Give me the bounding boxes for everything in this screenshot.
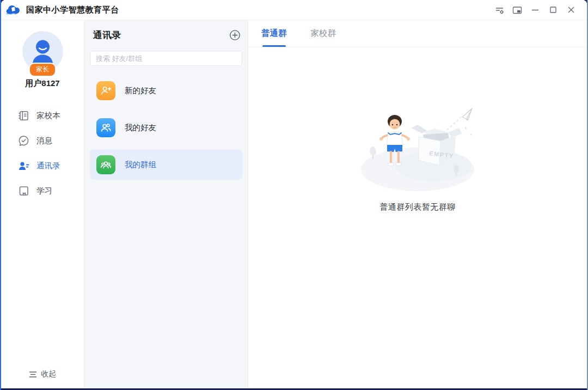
collapse-icon [29,371,37,378]
tab-label: 家校群 [311,28,336,39]
sidebar-item-label: 消息 [36,136,52,146]
contact-list: 新的好友 我的好友 [84,75,248,186]
empty-state: EMPTY [248,102,587,212]
sidebar-item-label: 学习 [36,186,52,196]
role-badge: 家长 [29,63,56,77]
picture-in-picture-icon[interactable] [509,3,525,17]
sidebar-item-study[interactable]: 学习 [1,178,84,203]
search-input[interactable] [90,51,242,66]
list-item-new-friends[interactable]: 新的好友 [90,75,242,106]
app-logo-cloud-icon [5,3,22,17]
study-icon [18,185,29,197]
list-item-label: 我的群组 [125,160,156,170]
tab-homeschool-groups[interactable]: 家校群 [311,20,336,47]
collapse-sidebar-button[interactable]: 收起 [29,369,56,379]
sidebar: 家长 用户8127 家校本 [1,20,84,388]
user-profile[interactable]: 家长 用户8127 [22,31,63,89]
sidebar-item-contacts[interactable]: 通讯录 [1,153,84,178]
person-add-icon [96,81,115,100]
list-item-my-groups[interactable]: 我的群组 [90,149,242,180]
group-tabs: 普通群 家校群 [248,20,587,47]
contacts-icon [18,160,29,172]
sidebar-item-label: 家校本 [36,111,60,121]
title-bar: 国家中小学智慧教育平台 [1,0,587,20]
list-item-my-friends[interactable]: 我的好友 [90,112,242,143]
minimize-button[interactable] [527,3,543,17]
main-content: 普通群 家校群 [248,20,587,388]
tab-label: 普通群 [261,28,287,39]
sidebar-item-messages[interactable]: 消息 [1,128,84,153]
user-name: 用户8127 [25,78,59,89]
two-people-icon [96,118,115,137]
collapse-label: 收起 [41,369,56,379]
sidebar-item-homeschool-book[interactable]: 家校本 [1,103,84,128]
contacts-panel-title: 通讯录 [93,29,121,41]
maximize-button[interactable] [545,3,561,17]
app-window: 国家中小学智慧教育平台 [1,0,587,388]
add-contact-button[interactable] [229,29,241,41]
app-title: 国家中小学智慧教育平台 [26,5,119,15]
contacts-panel: 通讯录 [84,20,248,388]
task-settings-icon[interactable] [491,3,507,17]
sidebar-item-label: 通讯录 [36,161,60,171]
message-check-icon [18,135,29,147]
notebook-icon [18,110,29,121]
group-icon [96,155,115,174]
empty-state-message: 普通群列表暂无群聊 [379,202,456,212]
list-item-label: 新的好友 [125,86,156,96]
close-button[interactable] [563,3,579,17]
tab-normal-groups[interactable]: 普通群 [261,20,287,47]
list-item-label: 我的好友 [125,123,156,133]
empty-box-illustration: EMPTY [352,102,483,196]
sidebar-nav: 家校本 消息 [1,103,84,203]
